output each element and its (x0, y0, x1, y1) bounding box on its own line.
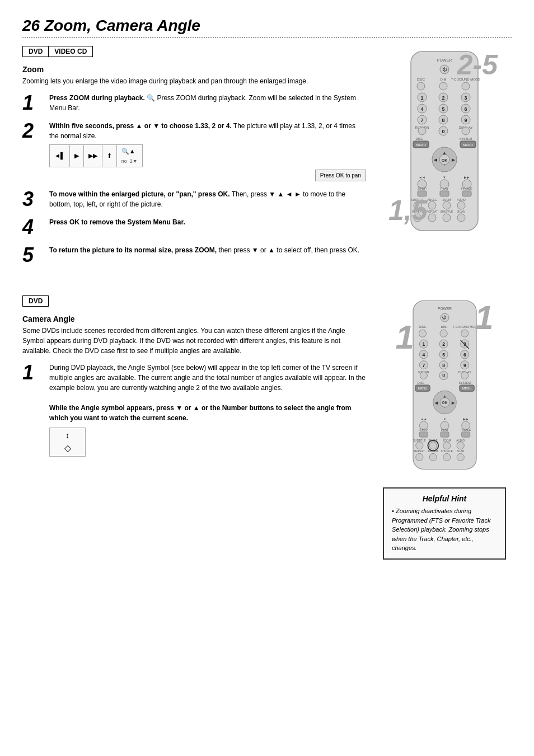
svg-text:OK: OK (442, 158, 448, 162)
zoom-step-2: 2 Within five seconds, press ▲ or ▼ to c… (22, 121, 366, 181)
svg-text:4: 4 (422, 352, 425, 358)
helpful-hint-text: Zooming deactivates during Programmed (F… (392, 506, 497, 553)
svg-text:7: 7 (422, 363, 425, 368)
svg-text:8: 8 (442, 118, 444, 123)
svg-point-74 (457, 214, 465, 222)
svg-rect-132 (419, 432, 428, 437)
svg-text:ZOOM: ZOOM (443, 198, 451, 201)
camera-step1-bold: While the Angle symbol appears, press ▼ … (49, 404, 351, 422)
svg-rect-134 (461, 432, 470, 437)
angle-symbol: ◇ (64, 442, 71, 455)
zoom-section: DVD VIDEO CD Zoom Zooming lets you enlar… (22, 46, 512, 273)
camera-title: Camera Angle (22, 314, 366, 323)
svg-text:2: 2 (442, 95, 444, 101)
svg-point-72 (428, 214, 436, 222)
svg-text:DISC: DISC (417, 381, 424, 384)
camera-step1-main: During DVD playback, the Angle Symbol (s… (49, 364, 366, 392)
svg-text:DISC: DISC (417, 78, 425, 81)
svg-text:SYSTEM: SYSTEM (458, 381, 470, 384)
camera-badges: DVD (22, 295, 366, 307)
angle-number: ↕ (65, 430, 69, 442)
zoom-step-1: 1 Press ZOOM during playback. 🔍 Press ZO… (22, 93, 366, 113)
svg-rect-133 (440, 432, 448, 437)
svg-text:6: 6 (463, 352, 466, 358)
step-content-4: Press OK to remove the System Menu Bar. (49, 217, 366, 227)
angle-diagram: ↕ ◇ (49, 428, 86, 457)
videocd-badge: VIDEO CD (49, 46, 93, 57)
zoom-step-3: 3 To move within the enlarged picture, o… (22, 189, 366, 209)
svg-text:DISC: DISC (419, 325, 426, 328)
svg-text:5: 5 (442, 352, 445, 358)
step1-bold: Press ZOOM during playback. (49, 94, 145, 102)
camera-description: Some DVDs include scenes recorded from d… (22, 326, 366, 356)
step-content-1: Press ZOOM during playback. 🔍 Press ZOOM… (49, 93, 366, 113)
step-number-3: 3 (22, 189, 43, 209)
svg-point-148 (429, 453, 437, 461)
svg-text:REPEAT: REPEAT (414, 450, 425, 453)
svg-text:▶▶: ▶▶ (464, 176, 470, 179)
section-divider-line (22, 37, 512, 38)
svg-text:◄◄: ◄◄ (419, 176, 425, 179)
svg-point-150 (457, 453, 464, 461)
svg-text:PAUSE: PAUSE (460, 428, 471, 431)
camera-remote-label: 1 (475, 298, 493, 337)
svg-text:5: 5 (442, 106, 444, 112)
svg-text:SHUFFLE: SHUFFLE (441, 450, 452, 453)
svg-text:SHUFFLE: SHUFFLE (441, 210, 453, 213)
svg-point-140 (429, 442, 437, 449)
svg-text:PLAY: PLAY (441, 428, 448, 431)
svg-point-109 (461, 372, 468, 379)
svg-text:▼: ▼ (443, 176, 446, 179)
svg-point-66 (457, 201, 465, 209)
svg-text:SUBTITLE: SUBTITLE (413, 439, 425, 442)
svg-point-141 (443, 442, 450, 449)
svg-text:0: 0 (442, 129, 444, 134)
svg-text:SCAN: SCAN (457, 210, 465, 213)
svg-text:POWER: POWER (437, 58, 452, 62)
svg-text:AUDIO: AUDIO (456, 439, 465, 442)
step5-text: then press ▼ or ▲ to select off, then pr… (219, 246, 360, 254)
helpful-hint-box: Helpful Hint Zooming deactivates during … (383, 487, 506, 560)
svg-text:STOP: STOP (418, 187, 427, 190)
svg-point-147 (415, 453, 423, 461)
press-ok-label: Press OK to pan (315, 170, 366, 181)
step-number-2: 2 (22, 121, 43, 141)
camera-right-col: 1 1 POWER ⏻ DISC DIM T-C SOUND MOD 1 (377, 295, 512, 560)
step-content-5: To return the picture to its normal size… (49, 245, 366, 255)
dvd-badge: DVD (22, 46, 49, 57)
zoom-title: Zoom (22, 65, 366, 74)
svg-rect-58 (462, 191, 471, 196)
camera-angle-section: DVD Camera Angle Some DVDs include scene… (22, 295, 512, 560)
svg-point-32 (418, 127, 426, 135)
step-content-3: To move within the enlarged picture, or … (49, 189, 366, 209)
svg-text:⏻: ⏻ (442, 67, 447, 72)
svg-text:POWER: POWER (438, 307, 452, 311)
step2-bold: Within five seconds, press ▲ or ▼ to cho… (49, 122, 232, 130)
step5-bold: To return the picture to its normal size… (49, 246, 217, 254)
svg-text:DIM: DIM (441, 78, 447, 81)
svg-text:0: 0 (442, 373, 445, 378)
zoom-right-col: 2-5 1,5 POWER ⏻ DISC DIM T-C SOUND MODE (377, 46, 512, 273)
svg-point-82 (419, 330, 426, 337)
svg-point-65 (443, 201, 451, 209)
remote-label-25: 2-5 (457, 49, 498, 81)
svg-point-8 (439, 82, 447, 90)
svg-text:4: 4 (420, 106, 423, 112)
svg-point-73 (443, 214, 451, 222)
svg-point-139 (415, 442, 423, 449)
svg-text:SYSTEM: SYSTEM (460, 137, 472, 140)
svg-text:9: 9 (463, 363, 466, 368)
svg-text:▼: ▼ (443, 417, 446, 421)
step-number-5: 5 (22, 245, 43, 265)
svg-point-33 (462, 127, 470, 135)
svg-text:⏻: ⏻ (442, 315, 447, 320)
zoom-left-col: DVD VIDEO CD Zoom Zooming lets you enlar… (22, 46, 366, 273)
svg-text:9: 9 (464, 118, 467, 123)
svg-text:►: ► (451, 157, 456, 163)
svg-text:8: 8 (442, 363, 445, 368)
svg-text:▶▶: ▶▶ (463, 417, 469, 421)
svg-text:MENU: MENU (463, 143, 473, 147)
svg-text:MENU: MENU (416, 143, 426, 147)
camera-dvd-badge: DVD (22, 295, 49, 307)
step4-text: Press OK to remove the System Menu Bar. (49, 218, 185, 226)
